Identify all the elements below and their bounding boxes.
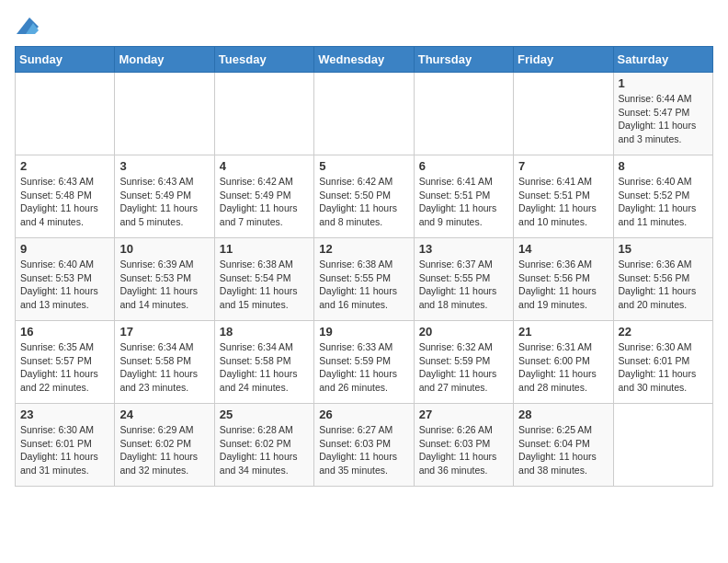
day-cell: 10Sunrise: 6:39 AM Sunset: 5:53 PM Dayli… [115,238,214,321]
day-cell: 2Sunrise: 6:43 AM Sunset: 5:48 PM Daylig… [16,155,115,238]
day-info: Sunrise: 6:34 AM Sunset: 5:58 PM Dayligh… [119,340,209,395]
page-header [15,15,713,37]
day-number: 9 [20,242,109,256]
day-cell: 11Sunrise: 6:38 AM Sunset: 5:54 PM Dayli… [214,238,313,321]
day-number: 8 [619,159,708,173]
day-cell: 6Sunrise: 6:41 AM Sunset: 5:51 PM Daylig… [414,155,513,238]
day-number: 2 [20,159,109,173]
day-cell: 26Sunrise: 6:27 AM Sunset: 6:03 PM Dayli… [314,404,414,487]
day-info: Sunrise: 6:27 AM Sunset: 6:03 PM Dayligh… [319,423,408,477]
day-cell: 5Sunrise: 6:42 AM Sunset: 5:50 PM Daylig… [314,155,414,238]
day-info: Sunrise: 6:40 AM Sunset: 5:53 PM Dayligh… [20,258,109,312]
day-number: 26 [319,408,408,421]
day-info: Sunrise: 6:32 AM Sunset: 5:59 PM Dayligh… [419,340,508,395]
day-number: 24 [119,408,209,421]
day-cell: 28Sunrise: 6:25 AM Sunset: 6:04 PM Dayli… [514,404,613,487]
day-info: Sunrise: 6:31 AM Sunset: 6:00 PM Dayligh… [518,340,608,395]
day-cell: 16Sunrise: 6:35 AM Sunset: 5:57 PM Dayli… [16,321,115,404]
col-header-friday: Friday [514,47,613,73]
day-cell: 20Sunrise: 6:32 AM Sunset: 5:59 PM Dayli… [414,321,513,404]
day-info: Sunrise: 6:36 AM Sunset: 5:56 PM Dayligh… [619,258,708,312]
day-number: 23 [20,408,109,421]
day-cell: 14Sunrise: 6:36 AM Sunset: 5:56 PM Dayli… [514,238,613,321]
day-number: 21 [518,325,608,339]
day-number: 20 [419,325,508,339]
col-header-thursday: Thursday [414,47,513,73]
day-number: 4 [220,159,309,173]
day-number: 19 [319,325,408,339]
day-cell [16,73,115,155]
day-number: 14 [518,242,608,256]
day-cell: 22Sunrise: 6:30 AM Sunset: 6:01 PM Dayli… [613,321,712,404]
day-cell: 8Sunrise: 6:40 AM Sunset: 5:52 PM Daylig… [613,155,712,238]
day-info: Sunrise: 6:25 AM Sunset: 6:04 PM Dayligh… [518,423,608,477]
day-cell: 12Sunrise: 6:38 AM Sunset: 5:55 PM Dayli… [314,238,414,321]
day-cell [514,73,613,155]
col-header-wednesday: Wednesday [314,47,414,73]
week-row-4: 16Sunrise: 6:35 AM Sunset: 5:57 PM Dayli… [16,321,713,404]
day-info: Sunrise: 6:30 AM Sunset: 6:01 PM Dayligh… [619,340,708,395]
day-cell [414,73,513,155]
day-info: Sunrise: 6:35 AM Sunset: 5:57 PM Dayligh… [20,340,109,395]
day-info: Sunrise: 6:29 AM Sunset: 6:02 PM Dayligh… [119,423,209,477]
day-cell: 4Sunrise: 6:42 AM Sunset: 5:49 PM Daylig… [214,155,313,238]
day-info: Sunrise: 6:44 AM Sunset: 5:47 PM Dayligh… [619,92,708,146]
day-number: 15 [619,242,708,256]
logo-icon [17,15,39,37]
day-cell: 1Sunrise: 6:44 AM Sunset: 5:47 PM Daylig… [613,73,712,155]
day-number: 16 [20,325,109,339]
day-number: 17 [119,325,209,339]
day-cell: 18Sunrise: 6:34 AM Sunset: 5:58 PM Dayli… [214,321,313,404]
day-info: Sunrise: 6:39 AM Sunset: 5:53 PM Dayligh… [119,258,209,312]
day-number: 5 [319,159,408,173]
day-info: Sunrise: 6:26 AM Sunset: 6:03 PM Dayligh… [419,423,508,477]
day-info: Sunrise: 6:38 AM Sunset: 5:55 PM Dayligh… [319,258,408,312]
day-cell: 19Sunrise: 6:33 AM Sunset: 5:59 PM Dayli… [314,321,414,404]
day-cell [613,404,712,487]
col-header-saturday: Saturday [613,47,712,73]
col-header-tuesday: Tuesday [214,47,313,73]
col-header-monday: Monday [115,47,214,73]
week-row-1: 1Sunrise: 6:44 AM Sunset: 5:47 PM Daylig… [16,73,713,155]
day-cell [115,73,214,155]
week-row-3: 9Sunrise: 6:40 AM Sunset: 5:53 PM Daylig… [16,238,713,321]
day-number: 11 [220,242,309,256]
day-number: 10 [119,242,209,256]
day-info: Sunrise: 6:41 AM Sunset: 5:51 PM Dayligh… [419,175,508,229]
day-number: 25 [220,408,309,421]
day-info: Sunrise: 6:43 AM Sunset: 5:49 PM Dayligh… [119,175,209,229]
day-number: 13 [419,242,508,256]
day-number: 3 [119,159,209,173]
day-cell: 21Sunrise: 6:31 AM Sunset: 6:00 PM Dayli… [514,321,613,404]
day-info: Sunrise: 6:33 AM Sunset: 5:59 PM Dayligh… [319,340,408,395]
day-cell: 13Sunrise: 6:37 AM Sunset: 5:55 PM Dayli… [414,238,513,321]
day-cell: 24Sunrise: 6:29 AM Sunset: 6:02 PM Dayli… [115,404,214,487]
day-cell: 27Sunrise: 6:26 AM Sunset: 6:03 PM Dayli… [414,404,513,487]
day-info: Sunrise: 6:42 AM Sunset: 5:50 PM Dayligh… [319,175,408,229]
logo-general [15,15,39,37]
calendar-table: SundayMondayTuesdayWednesdayThursdayFrid… [15,46,713,487]
day-cell: 3Sunrise: 6:43 AM Sunset: 5:49 PM Daylig… [115,155,214,238]
week-row-5: 23Sunrise: 6:30 AM Sunset: 6:01 PM Dayli… [16,404,713,487]
day-info: Sunrise: 6:38 AM Sunset: 5:54 PM Dayligh… [220,258,309,312]
day-number: 1 [619,76,708,90]
day-info: Sunrise: 6:30 AM Sunset: 6:01 PM Dayligh… [20,423,109,477]
day-number: 28 [518,408,608,421]
day-info: Sunrise: 6:34 AM Sunset: 5:58 PM Dayligh… [220,340,309,395]
day-number: 22 [619,325,708,339]
day-cell: 7Sunrise: 6:41 AM Sunset: 5:51 PM Daylig… [514,155,613,238]
day-info: Sunrise: 6:36 AM Sunset: 5:56 PM Dayligh… [518,258,608,312]
day-number: 7 [518,159,608,173]
day-cell: 15Sunrise: 6:36 AM Sunset: 5:56 PM Dayli… [613,238,712,321]
day-info: Sunrise: 6:40 AM Sunset: 5:52 PM Dayligh… [619,175,708,229]
day-info: Sunrise: 6:41 AM Sunset: 5:51 PM Dayligh… [518,175,608,229]
day-number: 6 [419,159,508,173]
day-cell [314,73,414,155]
day-cell [214,73,313,155]
col-header-sunday: Sunday [16,47,115,73]
week-row-2: 2Sunrise: 6:43 AM Sunset: 5:48 PM Daylig… [16,155,713,238]
day-info: Sunrise: 6:28 AM Sunset: 6:02 PM Dayligh… [220,423,309,477]
day-cell: 17Sunrise: 6:34 AM Sunset: 5:58 PM Dayli… [115,321,214,404]
day-cell: 23Sunrise: 6:30 AM Sunset: 6:01 PM Dayli… [16,404,115,487]
day-cell: 25Sunrise: 6:28 AM Sunset: 6:02 PM Dayli… [214,404,313,487]
